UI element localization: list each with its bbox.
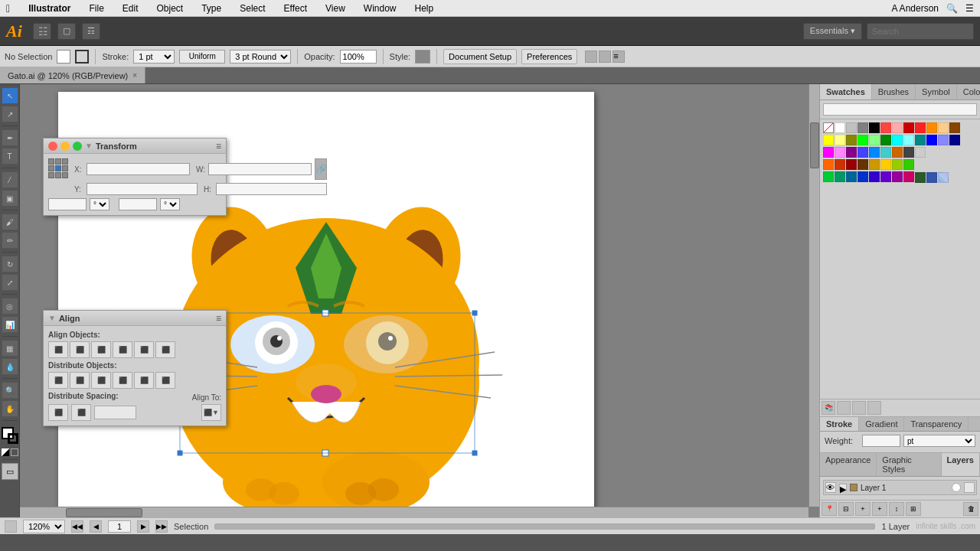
align-center-v-btn[interactable]: ⬛ [134, 341, 154, 358]
stroke-weight-select[interactable]: 1 pt0.5 pt2 pt [133, 50, 175, 64]
sw-dark-purple[interactable] [892, 171, 903, 182]
swatch-dark-red[interactable] [903, 122, 914, 133]
swatch-brown[interactable] [949, 122, 960, 133]
rect-tool[interactable]: ▣ [2, 190, 18, 207]
layer-expand-icon[interactable]: ▶ [839, 484, 847, 491]
nav-first-btn[interactable]: ◀◀ [71, 520, 83, 533]
locate-object-btn[interactable]: 📍 [822, 502, 837, 516]
sw-yellow-green[interactable] [892, 159, 903, 170]
swatch-red1[interactable] [880, 122, 891, 133]
sw-forest[interactable] [915, 172, 926, 183]
align-center-h-btn[interactable]: ⬛ [70, 341, 90, 358]
fill-swatch[interactable] [57, 50, 70, 64]
x-input[interactable] [87, 163, 190, 175]
y-input[interactable] [87, 183, 198, 195]
search-input[interactable] [867, 23, 974, 40]
blend-tool[interactable]: ◎ [2, 298, 18, 315]
swatch-group-btn[interactable] [852, 401, 866, 415]
spacing-input[interactable] [94, 406, 136, 419]
horizontal-scrollbar[interactable] [20, 507, 808, 517]
swatch-add-btn[interactable] [837, 401, 851, 415]
dist-right-btn[interactable]: ⬛ [91, 372, 111, 389]
status-icon[interactable] [5, 520, 17, 533]
dist-bottom-btn[interactable]: ⬛ [155, 372, 175, 389]
align-menu-icon[interactable]: ≡ [216, 313, 221, 324]
tab-close-icon[interactable]: × [132, 71, 137, 80]
point-bc[interactable] [55, 172, 61, 178]
sw-purple[interactable] [880, 171, 891, 182]
delete-layer-btn[interactable]: 🗑 [963, 502, 978, 516]
tab-transparency[interactable]: Transparency [904, 417, 969, 431]
apple-menu-icon[interactable]:  [6, 2, 10, 15]
window-menu[interactable]: Window [361, 3, 400, 14]
dist-top-btn[interactable]: ⬛ [113, 372, 132, 389]
type-menu[interactable]: Type [198, 3, 224, 14]
new-layer-btn[interactable]: + [872, 502, 887, 516]
make-clipping-btn[interactable]: ⊟ [838, 502, 854, 516]
point-bl[interactable] [48, 172, 54, 178]
new-sublayer-btn[interactable]: + [855, 502, 871, 516]
layer-lock-icon[interactable] [964, 482, 975, 493]
file-tab[interactable]: Gato.ai @ 120% (RGB/Preview) × [0, 67, 145, 83]
pen-tool[interactable]: ✒ [2, 129, 18, 146]
search-icon[interactable]: 🔍 [946, 3, 958, 14]
h-input[interactable] [216, 183, 327, 195]
sw-yellow[interactable] [823, 135, 834, 145]
sw-cobalt[interactable] [858, 171, 868, 182]
align-right-btn[interactable]: ⬛ [91, 341, 111, 358]
sw-lt-magenta[interactable] [835, 147, 845, 158]
sw-dk-green[interactable] [880, 135, 891, 145]
swatch-none[interactable] [823, 122, 834, 133]
point-tc[interactable] [55, 158, 61, 165]
transform-max-btn[interactable] [73, 142, 82, 151]
sw-dk-cyan[interactable] [915, 135, 926, 145]
stroke-weight-unit[interactable]: pt [903, 435, 975, 447]
app-menu[interactable]: Illustrator [25, 3, 74, 14]
layer-visibility-toggle[interactable]: 👁 [825, 482, 836, 493]
swatch-orange1[interactable] [926, 122, 937, 133]
sw-magenta[interactable] [823, 147, 834, 158]
pencil-tool[interactable]: ✏ [2, 232, 18, 249]
menu-extra-icon[interactable]: ☰ [965, 3, 974, 14]
chart-tool[interactable]: 📊 [2, 316, 18, 333]
essentials-dropdown[interactable]: Essentials ▾ [803, 23, 862, 40]
sw-spring[interactable] [823, 171, 834, 182]
dist-space-v-btn[interactable]: ⬛ [71, 404, 91, 421]
edit-menu[interactable]: Edit [119, 3, 142, 14]
point-tr[interactable] [62, 158, 68, 165]
sw-cyan[interactable] [892, 135, 903, 145]
align-collapse-icon[interactable]: ▼ [48, 314, 56, 322]
w-input[interactable] [208, 163, 312, 175]
transform-panel-header[interactable]: ▼ Transform ≡ [44, 139, 226, 154]
artboard-btn[interactable]: ☶ [82, 23, 100, 40]
style-swatch[interactable] [415, 50, 430, 64]
sw-rust[interactable] [835, 159, 845, 170]
sw-lt-cyan[interactable] [903, 135, 914, 145]
sw-silver[interactable] [915, 147, 926, 158]
preferences-button[interactable]: Preferences [521, 49, 577, 64]
horizontal-scroll-thumb[interactable] [66, 508, 142, 517]
tab-appearance[interactable]: Appearance [820, 453, 877, 476]
swap-colors-icon[interactable] [2, 448, 9, 456]
tab-stroke[interactable]: Stroke [820, 417, 859, 431]
sw-teal[interactable] [880, 147, 891, 158]
transform-min-btn[interactable] [60, 142, 70, 151]
shear-units[interactable]: ° [160, 198, 180, 210]
swatch-orange2[interactable] [938, 122, 949, 133]
align-top-btn[interactable]: ⬛ [113, 341, 132, 358]
point-mc[interactable] [55, 165, 61, 171]
sw-sky-blue[interactable] [869, 147, 880, 158]
select-menu[interactable]: Select [237, 3, 268, 14]
line-tool[interactable]: ∕ [2, 171, 18, 188]
extra-btn2[interactable] [599, 51, 611, 63]
help-menu[interactable]: Help [412, 3, 437, 14]
point-br[interactable] [62, 172, 68, 178]
point-ml[interactable] [48, 165, 54, 171]
stroke-style-preview[interactable]: Uniform [179, 50, 225, 64]
shear-input[interactable] [119, 198, 157, 210]
zoom-tool[interactable]: 🔍 [2, 382, 18, 399]
display-mode-btn[interactable]: ▢ [57, 23, 76, 40]
align-left-btn[interactable]: ⬛ [48, 341, 68, 358]
transform-collapse-icon[interactable]: ▼ [85, 142, 93, 150]
sw-dk-yellow[interactable] [846, 135, 857, 145]
